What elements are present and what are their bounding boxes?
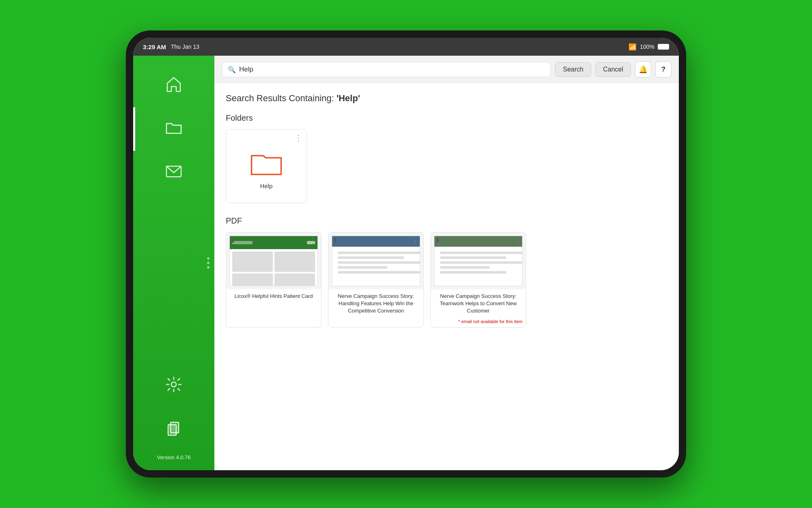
folder-card-help[interactable]: ⋮ Help — [226, 129, 307, 203]
pdf-thumb-body-2 — [332, 247, 420, 278]
home-icon — [165, 75, 183, 96]
sidebar-item-settings[interactable] — [133, 367, 214, 404]
pdf-thumbnail-2 — [328, 232, 423, 289]
pdf-thumb-header-2 — [332, 236, 420, 247]
svg-point-1 — [171, 382, 176, 387]
bell-icon: 🔔 — [639, 65, 648, 74]
results-heading: Search Results Containing: 'Help' — [226, 93, 667, 104]
download-icon-3[interactable]: ⬇ — [435, 237, 440, 244]
battery-indicator — [658, 44, 669, 50]
notification-button[interactable]: 🔔 — [635, 61, 651, 78]
question-icon: ? — [661, 65, 665, 74]
pdf-thumb-body-3 — [434, 247, 522, 278]
pdf-thumb-header-1 — [230, 236, 317, 249]
search-input-wrapper[interactable]: 🔍 — [222, 62, 551, 77]
sidebar-bottom: Version 4.0.76 — [133, 367, 214, 470]
battery-percent: 100% — [640, 43, 654, 50]
pdf-card-menu-2[interactable]: ⋮ — [411, 237, 419, 245]
ipad-frame: 3:29 AM Thu Jan 13 📶 100% — [126, 30, 686, 478]
folder-icon — [250, 148, 283, 176]
download-icon-1[interactable]: ⬇ — [230, 237, 235, 244]
battery-fill — [659, 45, 668, 49]
email-note-3: * email not available for this item — [431, 319, 526, 327]
search-bar: 🔍 Search Cancel 🔔 ? — [214, 56, 679, 83]
settings-icon — [165, 376, 183, 396]
search-input[interactable] — [239, 65, 545, 74]
results-prefix: Search Results Containing: — [226, 93, 337, 103]
scroll-dot — [207, 257, 209, 260]
scroll-dot — [207, 266, 209, 269]
folder-nav-icon — [165, 119, 183, 139]
version-label: Version 4.0.76 — [157, 454, 190, 460]
pdfs-grid: ⬇ ⋮ — [226, 232, 667, 328]
pdf-card-3[interactable]: ⬇ ⋮ — [430, 232, 526, 328]
pdf-name-2: Nerve Campaign Success Story: Handling F… — [328, 289, 423, 319]
pdf-card-menu-3[interactable]: ⋮ — [514, 237, 522, 245]
folder-card-menu[interactable]: ⋮ — [294, 134, 302, 142]
help-button[interactable]: ? — [655, 61, 672, 78]
sidebar: Version 4.0.76 — [133, 56, 214, 470]
mail-icon — [165, 162, 183, 183]
wifi-icon: 📶 — [628, 43, 637, 51]
sidebar-item-home[interactable] — [133, 64, 214, 107]
pdf-name-1: Licox® Helpful Hints Patient Card — [226, 289, 321, 304]
app-area: Version 4.0.76 🔍 Search Cancel 🔔 — [133, 56, 679, 470]
pdf-card-menu-1[interactable]: ⋮ — [309, 237, 317, 245]
status-bar: 3:29 AM Thu Jan 13 📶 100% — [133, 38, 679, 56]
search-icon: 🔍 — [228, 66, 236, 74]
content-area: Search Results Containing: 'Help' Folder… — [214, 83, 679, 470]
search-button[interactable]: Search — [555, 62, 591, 77]
battery-bar — [658, 44, 669, 50]
status-bar-right: 📶 100% — [628, 43, 669, 51]
pdf-thumbnail-3 — [431, 232, 526, 289]
cards-icon — [165, 419, 183, 440]
sidebar-nav — [133, 64, 214, 194]
cancel-button[interactable]: Cancel — [595, 62, 631, 77]
results-term: 'Help' — [337, 93, 360, 103]
ipad-screen: 3:29 AM Thu Jan 13 📶 100% — [133, 38, 679, 470]
folders-section-title: Folders — [226, 113, 667, 123]
pdf-card-2[interactable]: ⬇ ⋮ — [328, 232, 424, 328]
pdf-thumb-content-3 — [434, 236, 523, 286]
sidebar-scroll-dots — [207, 257, 209, 269]
pdf-thumb-body-1 — [230, 249, 317, 286]
status-bar-left: 3:29 AM Thu Jan 13 — [143, 43, 199, 50]
sidebar-item-mail[interactable] — [133, 151, 214, 194]
scroll-dot — [207, 262, 209, 264]
folders-grid: ⋮ Help — [226, 129, 667, 203]
pdf-thumb-content-2 — [332, 236, 420, 286]
pdf-thumb-content-1 — [229, 236, 318, 286]
pdf-thumbnail-1 — [226, 232, 321, 289]
status-time: 3:29 AM — [143, 43, 166, 50]
download-icon-2[interactable]: ⬇ — [333, 237, 338, 244]
pdf-section-title: PDF — [226, 216, 667, 226]
svg-rect-3 — [171, 422, 179, 433]
main-content: 🔍 Search Cancel 🔔 ? Search Results — [214, 56, 679, 470]
sidebar-item-folder[interactable] — [133, 107, 214, 151]
folder-name: Help — [260, 182, 273, 189]
pdf-name-3: Nerve Campaign Success Story: Teamwork H… — [431, 289, 526, 319]
sidebar-item-cards[interactable] — [133, 412, 214, 446]
status-date: Thu Jan 13 — [171, 43, 199, 50]
pdf-thumb-header-3 — [434, 236, 522, 247]
pdf-card-1[interactable]: ⬇ ⋮ — [226, 232, 322, 328]
